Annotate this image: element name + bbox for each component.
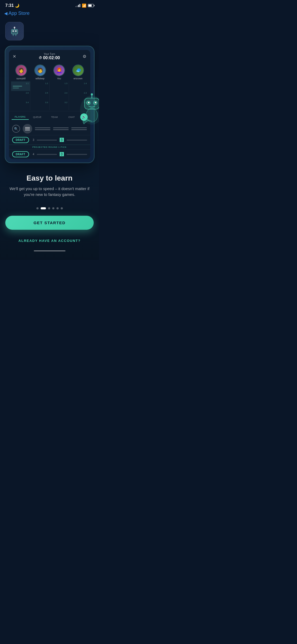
status-bar: 7:31 🌙 📶: [0, 0, 99, 10]
filter-icon[interactable]: [23, 124, 32, 134]
get-started-button[interactable]: GET STARTED: [5, 216, 94, 230]
player-willsleep: 🧑 willsleep: [34, 65, 46, 80]
svg-point-12: [91, 93, 93, 95]
app-icon-container: [0, 19, 99, 46]
svg-rect-2: [11, 29, 18, 34]
avatar-you: 👩‍🦰: [53, 65, 65, 76]
robot-mascot: [79, 93, 99, 127]
svg-point-17: [95, 102, 96, 103]
search-icon[interactable]: 🔍: [12, 125, 20, 133]
app-screen: ✕ Your Turn ⏱ 00:02:00 ⚙ 👩: [9, 50, 90, 159]
player-ericrown: 🧢 ericrown: [72, 65, 84, 80]
grid-cell-3-1: 3.4: [11, 100, 30, 110]
avatar-willsleep: 🧑: [34, 65, 46, 76]
tab-queue[interactable]: QUEUE: [29, 115, 46, 119]
grid-cell-3-2: 3.3: [30, 100, 49, 110]
already-account[interactable]: ALREADY HAVE AN ACCOUNT?: [18, 234, 81, 248]
timer-row: ⏱ 00:02:00: [39, 56, 60, 60]
robot-icon: [9, 25, 20, 37]
draft-grid-row2: 2.6 2.5 2.4 2.3: [11, 91, 88, 100]
timer-value: 00:02:00: [43, 56, 60, 60]
player-name-sunnykill: sunnykill: [16, 77, 26, 80]
projected-label: PROJECTED ROUND 1 PICK: [9, 145, 90, 149]
player-name-you: You: [57, 77, 61, 80]
draft-badge-icon-1: 🅱: [60, 138, 64, 142]
battery-icon: [88, 4, 94, 7]
app-icon: [5, 22, 24, 40]
player-sunnykill: 👩 sunnykill: [15, 65, 27, 80]
subtitle: We'll get you up to speed – it doesn't m…: [8, 186, 91, 198]
status-right: 📶: [76, 3, 94, 8]
back-arrow-icon: ◀: [4, 11, 7, 16]
tab-team[interactable]: TEAM: [46, 115, 63, 119]
page-dots: [36, 203, 63, 216]
status-time: 7:31: [5, 3, 14, 8]
grid-cell-1-2: 1.2: [30, 81, 49, 91]
your-turn-label: Your Turn: [39, 53, 60, 56]
signal-icon: [76, 4, 80, 7]
main-title: Easy to learn: [8, 174, 91, 183]
grid-cell-2-3: 2.4: [50, 91, 69, 100]
filter-lines-3: [71, 127, 87, 130]
dot-6: [61, 207, 63, 209]
draft-button-1[interactable]: DRAFT: [12, 137, 29, 143]
mockup-wrapper: ✕ Your Turn ⏱ 00:02:00 ⚙ 👩: [5, 46, 95, 163]
player-name-willsleep: willsleep: [35, 77, 44, 80]
settings-icon: ⚙: [83, 54, 86, 59]
home-indicator: [34, 248, 65, 255]
dot-3: [48, 207, 50, 209]
dot-2-active: [41, 207, 46, 209]
grid-cell-2-2: 2.5: [30, 91, 49, 100]
grid-cell-1-3: 1.3: [50, 81, 69, 91]
svg-point-16: [88, 102, 89, 103]
svg-rect-3: [12, 30, 14, 32]
timer-icon: ⏱: [39, 56, 42, 60]
dot-4: [52, 207, 54, 209]
dot-1: [36, 207, 39, 209]
tab-players[interactable]: PLAYERS: [12, 114, 29, 120]
avatar-sunnykill: 👩: [15, 65, 27, 76]
tab-chat[interactable]: CHAT: [63, 115, 80, 119]
svg-rect-4: [15, 30, 17, 32]
draft-grid-row3: 3.4 3.3 3.2 3.1: [11, 100, 88, 110]
app-header: ✕ Your Turn ⏱ 00:02:00 ⚙: [9, 50, 90, 62]
draft-row-2: DRAFT 4 🅱: [9, 149, 90, 159]
already-account-label: ALREADY HAVE AN ACCOUNT?: [18, 239, 81, 243]
filter-lines: [35, 127, 50, 130]
main-content: ✕ Your Turn ⏱ 00:02:00 ⚙ 👩: [0, 46, 99, 260]
players-row: 👩 sunnykill 🧑 willsleep 👩‍🦰: [9, 62, 90, 81]
app-store-label: App Store: [8, 11, 30, 16]
draft-number-1: 3: [33, 139, 34, 141]
draft-badge-icon-2: 🅱: [60, 152, 64, 157]
grid-cell-1-1: 1.1: [11, 81, 30, 91]
filter-row: 🔍: [9, 122, 90, 135]
header-center: Your Turn ⏱ 00:02:00: [39, 53, 60, 60]
close-icon: ✕: [13, 54, 16, 59]
grid-cell-2-1: 2.6: [11, 91, 30, 100]
dot-5: [56, 207, 59, 209]
tab-bar: PLAYERS QUEUE TEAM CHAT 🔊: [9, 111, 90, 122]
status-left: 7:31 🌙: [5, 3, 19, 8]
grid-cell-3-3: 3.2: [50, 100, 69, 110]
filter-lines-2: [53, 127, 69, 130]
player-name-ericrown: ericrown: [73, 77, 82, 80]
draft-grid-row1: 1.1 1.2 1.3 1.4: [11, 81, 88, 91]
home-bar: [34, 250, 65, 251]
player-you: 👩‍🦰 You: [53, 65, 65, 80]
draft-button-2[interactable]: DRAFT: [12, 151, 29, 157]
avatar-ericrown: 🧢: [72, 65, 84, 76]
title-section: Easy to learn We'll get you up to speed …: [0, 171, 99, 203]
draft-row-1: DRAFT 3 🅱: [9, 135, 90, 145]
moon-icon: 🌙: [15, 3, 19, 8]
grid-cell-1-4: 1.4: [69, 81, 88, 91]
svg-point-0: [14, 27, 15, 28]
app-store-nav[interactable]: ◀ App Store: [0, 10, 99, 19]
cta-section: GET STARTED: [0, 216, 99, 234]
wifi-icon: 📶: [82, 3, 86, 8]
draft-number-2: 4: [33, 153, 34, 156]
